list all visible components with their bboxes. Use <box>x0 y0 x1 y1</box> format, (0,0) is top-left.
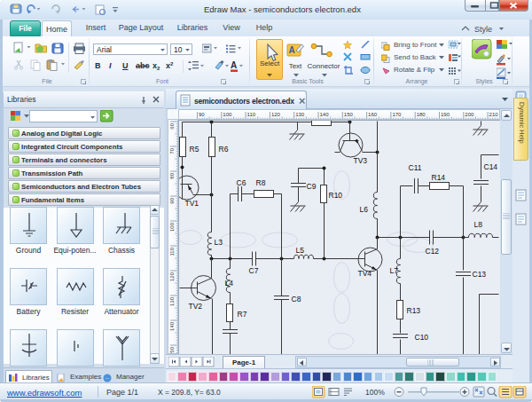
svg-text:120: 120 <box>271 112 281 117</box>
svg-text:L4: L4 <box>225 279 234 288</box>
svg-text:L7: L7 <box>390 266 399 275</box>
svg-text:L6: L6 <box>360 205 369 214</box>
svg-text:R7: R7 <box>238 310 247 319</box>
svg-text:90: 90 <box>199 112 205 117</box>
svg-text:140: 140 <box>169 321 175 331</box>
svg-text:170: 170 <box>392 112 402 117</box>
svg-text:140: 140 <box>320 112 330 117</box>
svg-text:190: 190 <box>441 112 450 117</box>
svg-text:L8: L8 <box>474 220 483 229</box>
svg-text:80: 80 <box>169 172 175 178</box>
svg-text:R8: R8 <box>256 178 266 187</box>
svg-text:60: 60 <box>169 122 175 129</box>
svg-text:180: 180 <box>417 112 426 117</box>
svg-text:R13: R13 <box>407 306 421 315</box>
svg-text:120: 120 <box>169 272 175 281</box>
svg-text:TV1: TV1 <box>185 199 200 208</box>
svg-text:A: A <box>231 60 237 70</box>
svg-text:100: 100 <box>169 222 175 232</box>
svg-text:TV4: TV4 <box>358 269 372 278</box>
svg-text:130: 130 <box>169 296 175 306</box>
svg-text:R14: R14 <box>432 173 446 182</box>
svg-text:100%: 100% <box>365 388 385 397</box>
svg-text:200: 200 <box>465 112 474 117</box>
svg-text:C7: C7 <box>249 266 259 275</box>
svg-text:C10: C10 <box>415 333 429 342</box>
svg-text:TV2: TV2 <box>189 302 203 311</box>
svg-text:150: 150 <box>169 346 175 354</box>
svg-text:R5: R5 <box>190 145 200 154</box>
svg-text:90: 90 <box>169 197 175 203</box>
svg-text:110: 110 <box>169 247 175 256</box>
svg-text:Style: Style <box>474 25 492 34</box>
svg-text:100: 100 <box>223 112 232 117</box>
svg-text:C9: C9 <box>307 182 317 191</box>
svg-text:160: 160 <box>368 112 378 117</box>
svg-text:150: 150 <box>344 112 354 117</box>
svg-text:L3: L3 <box>215 238 223 247</box>
svg-text:C6: C6 <box>237 178 246 187</box>
svg-text:C12: C12 <box>426 247 440 256</box>
svg-text:C8: C8 <box>292 295 301 303</box>
svg-text:C14: C14 <box>484 162 498 171</box>
svg-text:R10: R10 <box>329 191 343 200</box>
svg-text:C11: C11 <box>409 163 422 172</box>
svg-text:R6: R6 <box>219 145 229 154</box>
svg-text:110: 110 <box>247 112 256 117</box>
svg-text:C13: C13 <box>473 270 487 279</box>
svg-text:A: A <box>289 45 295 55</box>
svg-text:TV3: TV3 <box>354 156 368 165</box>
svg-text:130: 130 <box>295 112 305 117</box>
svg-text:L5: L5 <box>296 246 305 255</box>
svg-text:70: 70 <box>169 147 175 154</box>
svg-text:210: 210 <box>489 112 499 117</box>
